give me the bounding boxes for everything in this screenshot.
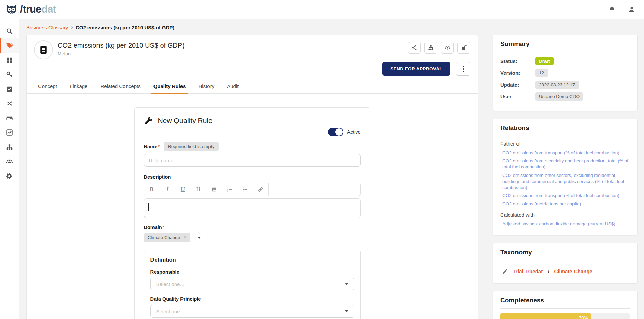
relation-link[interactable]: CO2 emissions from transport (% of total… [502, 150, 630, 156]
summary-row-version: Version: 12 [500, 69, 630, 77]
tags-icon [6, 42, 13, 49]
insert-link-button[interactable] [253, 183, 269, 196]
user-badge: Usuario Demo CDO [535, 92, 583, 101]
relation-link[interactable]: CO2 emissions (metric tons per capita) [502, 201, 630, 207]
underline-button[interactable]: U [175, 183, 191, 196]
owl-logo-icon [5, 3, 18, 16]
check-square-icon [6, 86, 13, 93]
description-editor[interactable] [144, 198, 361, 218]
ordered-list-icon [227, 187, 232, 192]
tab-audit[interactable]: Audit [227, 83, 239, 93]
sitemap-icon [428, 45, 434, 51]
concept-card: CO2 emissions (kg per 2010 US$ of GDP) M… [26, 35, 478, 319]
share-button[interactable] [408, 42, 421, 54]
unlock-icon [461, 45, 467, 51]
completeness-percent: 70% [579, 315, 588, 319]
version-badge: 12 [535, 69, 548, 77]
grid-icon [6, 57, 13, 64]
remove-chip-icon[interactable]: ✕ [183, 235, 186, 240]
chevron-down-icon [345, 310, 348, 312]
sidebar-item-quality[interactable] [0, 82, 19, 96]
validation-message: Required field is empty [164, 142, 219, 151]
sidebar-item-search[interactable] [0, 24, 19, 38]
insert-image-button[interactable] [206, 183, 222, 196]
completeness-panel: Completeness 70% Missing required fields… [493, 291, 638, 319]
image-icon [211, 187, 217, 192]
pencil-icon[interactable] [502, 268, 508, 274]
tab-concept[interactable]: Concept [38, 83, 57, 93]
sidebar-item-lineage[interactable] [0, 96, 19, 111]
text-cursor [148, 203, 149, 211]
relations-title: Relations [500, 124, 630, 132]
ordered-list-button[interactable] [222, 183, 237, 196]
concept-tabs: Concept Linkage Related Concepts Quality… [27, 76, 478, 94]
concept-type-label: Metric [58, 51, 185, 56]
heading-button[interactable]: H [191, 183, 206, 196]
concept-avatar [34, 40, 53, 59]
update-badge: 2022-08-23 12:17 [535, 81, 579, 89]
wrench-icon [144, 116, 153, 125]
chevron-right-icon: › [548, 268, 549, 275]
bold-button[interactable]: B [144, 183, 160, 196]
data-quality-principle-select[interactable]: Select one... [150, 305, 354, 318]
truedat-logo[interactable]: /truedat [5, 3, 56, 16]
relations-panel: Relations Father of CO2 emissions from t… [493, 119, 638, 235]
relation-link[interactable]: CO2 emissions from transport (% of total… [502, 193, 630, 199]
sidebar-item-taxonomy[interactable] [0, 140, 19, 154]
completeness-bar-fill: 70% [500, 313, 591, 319]
book-icon [39, 45, 48, 55]
domain-chip[interactable]: Climate Change✕ [144, 233, 190, 242]
definition-title: Definition [150, 257, 354, 263]
tab-quality-rules[interactable]: Quality Rules [153, 83, 186, 93]
sitemap-icon [6, 143, 13, 151]
sidebar-item-permissions[interactable] [0, 67, 19, 82]
breadcrumb-business-glossary[interactable]: Business Glossary [26, 25, 68, 30]
taxonomy-link-root[interactable]: Trial Truedat [513, 268, 543, 274]
gear-icon [6, 172, 13, 180]
page-title: CO2 emissions (kg per 2010 US$ of GDP) [58, 42, 185, 50]
taxonomy-panel: Taxonomy Trial Truedat › Climate Change [493, 243, 638, 284]
summary-panel: Summary Status: Draft Version: 12 Update… [493, 35, 638, 111]
taxonomy-link-domain[interactable]: Climate Change [554, 268, 592, 274]
more-options-button[interactable] [456, 62, 470, 76]
italic-button[interactable]: I [160, 183, 175, 196]
chevron-down-icon [345, 283, 348, 285]
tab-history[interactable]: History [199, 83, 215, 93]
relation-link[interactable]: Adjusted savings: carbon dioxide damage … [502, 221, 630, 227]
lock-button[interactable] [457, 42, 470, 54]
status-badge: Draft [535, 57, 554, 65]
kebab-icon [463, 66, 464, 67]
shuffle-icon [6, 100, 13, 107]
active-toggle-label: Active [347, 129, 361, 135]
bell-icon[interactable] [608, 6, 616, 13]
rule-name-input[interactable] [144, 154, 361, 167]
search-icon [6, 28, 13, 35]
sidebar-item-settings[interactable] [0, 169, 19, 183]
sidebar-item-dashboards[interactable] [0, 53, 19, 67]
tab-linkage[interactable]: Linkage [70, 83, 88, 93]
name-field-label: Name* [144, 144, 160, 149]
sidebar-item-analytics[interactable] [0, 125, 19, 140]
left-sidebar [0, 19, 19, 319]
watch-button[interactable] [441, 42, 454, 54]
domain-dropdown-caret[interactable] [198, 237, 201, 239]
active-toggle[interactable] [328, 128, 343, 136]
structure-button[interactable] [424, 42, 437, 54]
user-icon[interactable] [628, 6, 635, 13]
sidebar-item-users[interactable] [0, 154, 19, 169]
tab-related-concepts[interactable]: Related Concepts [100, 83, 140, 93]
relation-link[interactable]: CO2 emissions from electricity and heat … [502, 158, 630, 170]
responsible-select[interactable]: Select one... [150, 278, 354, 290]
link-icon [258, 187, 263, 192]
key-icon [6, 71, 13, 78]
breadcrumb-separator: › [71, 24, 73, 31]
relation-link[interactable]: CO2 emissions from other sectors, exclud… [502, 172, 630, 191]
send-for-approval-button[interactable]: SEND FOR APPROVAL [382, 62, 450, 76]
summary-row-status: Status: Draft [500, 57, 630, 65]
main-content: Business Glossary › CO2 emissions (kg pe… [19, 19, 644, 319]
sidebar-item-data-structures[interactable] [0, 111, 19, 125]
sidebar-item-glossary[interactable] [0, 38, 19, 53]
summary-row-user: User: Usuario Demo CDO [500, 92, 630, 101]
unordered-list-button[interactable] [237, 183, 253, 196]
right-sidebar: Summary Status: Draft Version: 12 Update… [493, 35, 638, 319]
